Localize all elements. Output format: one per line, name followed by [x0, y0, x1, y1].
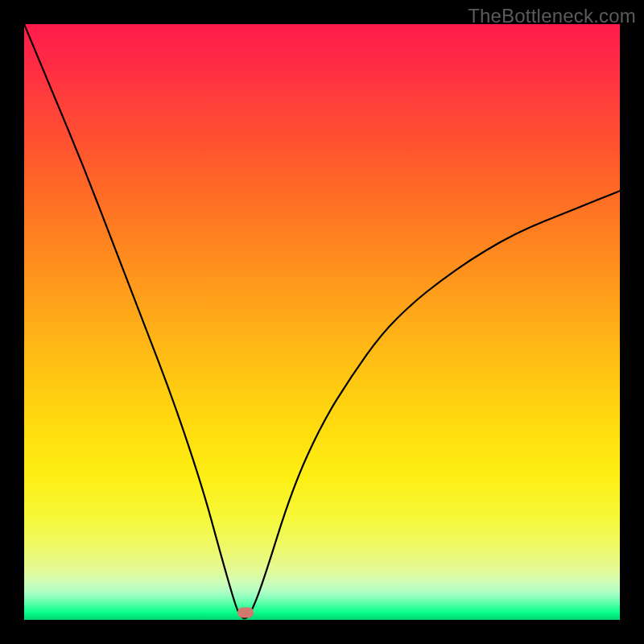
attribution-text: TheBottleneck.com [468, 5, 636, 27]
plot-area [24, 24, 620, 620]
bottleneck-curve [24, 24, 620, 620]
chart-frame: TheBottleneck.com [0, 0, 644, 644]
optimal-point-marker [237, 608, 254, 618]
